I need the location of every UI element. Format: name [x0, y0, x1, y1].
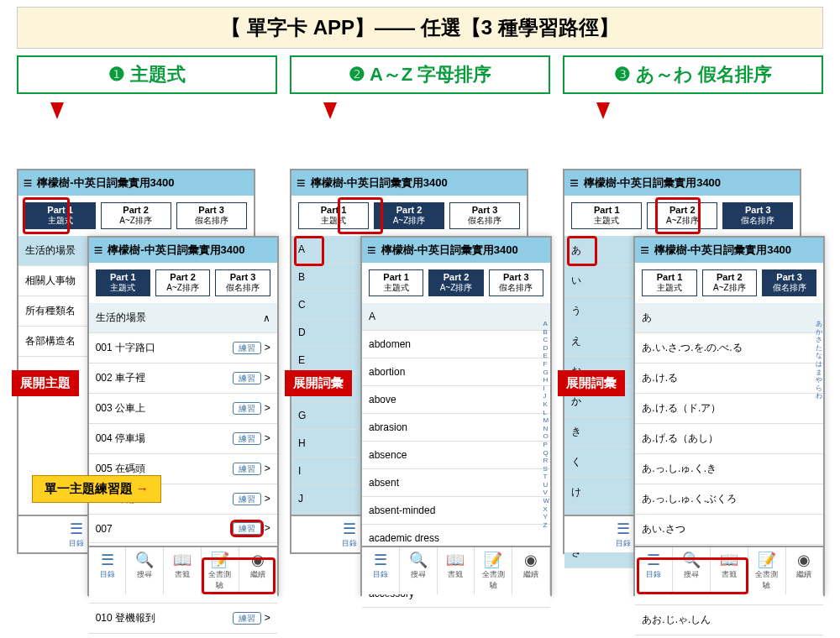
tab-part3[interactable]: Part 3假名排序: [176, 202, 247, 229]
list-item[interactable]: 002 車子裡練習 >: [89, 363, 277, 394]
phone-front-1: ≡檸檬樹-中英日詞彙實用3400 Part 1主題式 Part 2A~Z排序 P…: [87, 236, 279, 596]
label-expand-vocab: 展開詞彙: [285, 370, 352, 396]
list-item[interactable]: あ.っ.し.ゅ.く.ぶくろ: [635, 484, 823, 515]
list-item[interactable]: 007練習 >: [89, 515, 277, 543]
list-item[interactable]: あ.っ.し.ゅ.く.き: [635, 454, 823, 484]
list-item[interactable]: あ.け.る（ド.ア）: [635, 394, 823, 424]
phone-front-3: ≡檸檬樹-中英日詞彙實用3400 Part 1主題式 Part 2A~Z排序 P…: [633, 236, 825, 596]
list-item[interactable]: absent: [362, 469, 550, 497]
column-kana: ❸ あ～わ 假名排序 ≡檸檬樹-中英日詞彙實用3400 Part 1主題式 Pa…: [563, 55, 823, 638]
tab-part2[interactable]: Part 2A~Z排序: [374, 202, 444, 229]
list-item[interactable]: 010 登機報到練習 >: [89, 604, 277, 634]
list-item[interactable]: あ.い.さ.つ.を.の.べ.る: [635, 333, 823, 363]
label-expand-topic: 展開主題: [12, 370, 79, 396]
arrow-down-icon: [50, 102, 64, 119]
list-icon: ☰: [92, 551, 123, 569]
section-header[interactable]: 生活的場景∧: [89, 303, 277, 333]
heading-1: ❶ 主題式: [17, 55, 277, 94]
list-item[interactable]: absent-minded: [362, 497, 550, 525]
tab-part2[interactable]: Part 2A~Z排序: [101, 202, 171, 229]
alpha-index[interactable]: ABCDEFGHIJKLMNOPQRSTUVWXYZ: [543, 320, 549, 529]
tab-part1[interactable]: Part 1主題式: [96, 269, 150, 296]
hamburger-icon[interactable]: ≡: [94, 245, 103, 255]
tab-part3[interactable]: Part 3假名排序: [215, 269, 270, 296]
list-item[interactable]: 003 公車上練習 >: [89, 394, 277, 424]
bookmark-icon: 📖: [167, 551, 197, 569]
label-single-topic: 單一主題練習題 →: [32, 475, 161, 503]
bottom-nav: ☰目錄 🔍搜尋 📖書籤 📝全書測驗 ◉繼續: [89, 546, 277, 594]
list-item[interactable]: あい.さつ: [635, 515, 823, 545]
column-alphabetic: ❷ A～Z 字母排序 ≡檸檬樹-中英日詞彙實用3400 Part 1主題式 Pa…: [290, 55, 550, 638]
arrow-down-icon: [596, 102, 610, 119]
arrow-down-icon: [323, 102, 337, 119]
tab-part3[interactable]: Part 3假名排序: [722, 202, 793, 229]
kana-index[interactable]: あかさたなはまやらわ: [816, 320, 822, 400]
list-item[interactable]: abdomen: [362, 331, 550, 358]
list-item[interactable]: above: [362, 386, 550, 414]
continue-icon: ◉: [243, 551, 273, 569]
list-item[interactable]: 004 停車場練習 >: [89, 424, 277, 454]
list-item[interactable]: あお.じ.ゃ.しん: [635, 605, 823, 635]
tab-part1[interactable]: Part 1主題式: [25, 202, 96, 229]
list-item[interactable]: あ.げ.る（あし）: [635, 424, 823, 454]
column-themed: ❶ 主題式 ≡檸檬樹-中英日詞彙實用3400 Part 1主題式 Part 2A…: [17, 55, 277, 638]
list-item[interactable]: abrasion: [362, 414, 550, 442]
phone-front-2: ≡檸檬樹-中英日詞彙實用3400 Part 1主題式 Part 2A~Z排序 P…: [360, 236, 552, 596]
search-icon: 🔍: [129, 551, 160, 569]
hamburger-icon[interactable]: ≡: [24, 178, 33, 188]
hamburger-icon[interactable]: ≡: [297, 178, 306, 188]
list-item[interactable]: あ.け.る: [635, 363, 823, 394]
heading-2: ❷ A～Z 字母排序: [290, 55, 550, 94]
list-item[interactable]: abortion: [362, 358, 550, 386]
heading-3: ❸ あ～わ 假名排序: [563, 55, 823, 94]
list-item[interactable]: absence: [362, 442, 550, 469]
test-icon: 📝: [205, 551, 235, 569]
page-banner: 【 單字卡 APP】—— 任選【3 種學習路徑】: [17, 7, 823, 49]
list-item[interactable]: 001 十字路口練習 >: [89, 333, 277, 363]
label-expand-vocab: 展開詞彙: [558, 370, 625, 396]
tab-part2[interactable]: Part 2A~Z排序: [155, 269, 210, 296]
